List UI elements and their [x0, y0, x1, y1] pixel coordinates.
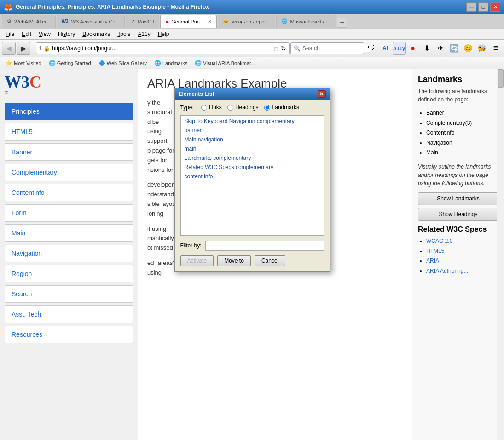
radio-headings-input[interactable]: [227, 105, 233, 111]
info-icon: ℹ: [39, 45, 41, 52]
menu-a11y[interactable]: A11y: [134, 30, 154, 38]
elements-list[interactable]: Skip To Keyboard Navigation complementar…: [180, 115, 324, 236]
tab-rawgit[interactable]: ↗ RawGit: [126, 15, 159, 28]
tab-icon: W3: [62, 19, 69, 24]
menu-file[interactable]: File: [2, 30, 18, 38]
tab-mass[interactable]: 🌐 Massachusetts I...: [276, 15, 336, 28]
dialog-buttons: Activate Move to Cancel: [180, 255, 324, 266]
close-button[interactable]: ✕: [490, 2, 500, 12]
type-label: Type:: [180, 104, 194, 111]
bookmark-landmarks[interactable]: 🌐 Landmarks: [151, 59, 190, 67]
download-btn[interactable]: ⬇: [420, 42, 433, 55]
ai-btn[interactable]: AI: [379, 42, 392, 55]
search-input[interactable]: [302, 45, 371, 52]
tab-icon: 🐱: [223, 18, 229, 24]
toolbar: ◀ ▶ ℹ 🔒 ☆ ↻ 🔍 🛡 AI A11y ● ⬇ ✈ 🔄 😊 🐝 ≡: [0, 40, 504, 57]
modal-overlay: Elements List ✕ Type: Links Headings: [0, 69, 504, 440]
bookmark-label: Visual ARIA Bookmar...: [203, 60, 255, 66]
filter-label: Filter by:: [180, 242, 202, 249]
globe-icon: 🌐: [49, 60, 56, 66]
bee-btn[interactable]: 🐝: [475, 42, 488, 55]
bookmark-label: Most Visited: [14, 60, 41, 66]
search-box[interactable]: 🔍: [290, 42, 364, 54]
tab-label: RawGit: [138, 19, 154, 24]
move-to-button[interactable]: Move to: [217, 255, 251, 266]
tab-general-prin[interactable]: ● General Prin... ✕: [160, 15, 217, 28]
radio-landmarks[interactable]: Landmarks: [264, 104, 299, 111]
radio-landmarks-label: Landmarks: [272, 104, 299, 111]
radio-headings-label: Headings: [235, 104, 259, 111]
list-item[interactable]: Skip To Keyboard Navigation complementar…: [182, 117, 323, 126]
minimize-button[interactable]: —: [466, 2, 476, 12]
elements-list-dialog: Elements List ✕ Type: Links Headings: [174, 88, 330, 272]
menu-help[interactable]: Help: [154, 30, 173, 38]
menu-bookmarks[interactable]: Bookmarks: [79, 30, 114, 38]
bookmark-visual-aria[interactable]: 🌐 Visual ARIA Bookmar...: [192, 59, 258, 67]
tab-icon: ●: [165, 18, 168, 25]
new-tab-button[interactable]: +: [337, 18, 347, 28]
menu-tools[interactable]: Tools: [114, 30, 134, 38]
tab-wcag[interactable]: 🐱 wcag-em-repor...: [218, 15, 275, 28]
bookmarks-bar: ⭐ Most Visited 🌐 Getting Started 🔷 Web S…: [0, 57, 504, 69]
window-controls[interactable]: — □ ✕: [466, 2, 500, 12]
radio-links-input[interactable]: [201, 105, 207, 111]
bookmark-web-slice[interactable]: 🔷 Web Slice Gallery: [96, 59, 150, 67]
tab-label: Massachusetts I...: [290, 19, 331, 24]
search-icon: 🔍: [294, 45, 301, 52]
forward-button[interactable]: ▶: [17, 42, 30, 55]
radio-links-label: Links: [209, 104, 222, 111]
tab-label: wcag-em-repor...: [232, 19, 270, 24]
radio-headings[interactable]: Headings: [227, 104, 259, 111]
red-btn[interactable]: ●: [406, 42, 419, 55]
type-row: Type: Links Headings Landmarks: [180, 104, 324, 111]
bookmark-icon[interactable]: ☆: [273, 45, 279, 52]
menu-view[interactable]: View: [35, 30, 54, 38]
radio-links[interactable]: Links: [201, 104, 222, 111]
window-title-bar: 🦊 General Principles: Principles: ARIA L…: [0, 0, 504, 14]
bookmark-getting-started[interactable]: 🌐 Getting Started: [46, 59, 94, 67]
list-item[interactable]: Main navigation: [182, 135, 323, 144]
menu-edit[interactable]: Edit: [18, 30, 35, 38]
dialog-title: Elements List: [179, 91, 318, 97]
back-button[interactable]: ◀: [2, 42, 16, 55]
filter-input[interactable]: [205, 241, 324, 251]
dialog-close-button[interactable]: ✕: [318, 90, 326, 98]
list-item[interactable]: Related W3C Specs complementary: [182, 163, 323, 172]
tab-bar: ⚙ WebAIM: Alter... W3 W3 Accessibility C…: [0, 14, 504, 29]
globe-icon-2: 🌐: [154, 60, 161, 66]
toolbar-icons: 🛡 AI A11y ● ⬇ ✈ 🔄 😊 🐝 ≡: [365, 42, 502, 55]
lock-icon: 🔒: [43, 45, 50, 52]
list-item[interactable]: banner: [182, 126, 323, 135]
cancel-button[interactable]: Cancel: [255, 255, 285, 266]
emoji-btn[interactable]: 😊: [462, 42, 475, 55]
address-input[interactable]: [52, 45, 271, 52]
list-item[interactable]: Landmarks complementary: [182, 153, 323, 163]
bookmark-most-visited[interactable]: ⭐ Most Visited: [3, 59, 44, 67]
a11y-btn[interactable]: A11y: [393, 42, 406, 55]
slice-icon: 🔷: [98, 60, 105, 66]
list-item[interactable]: main: [182, 144, 323, 153]
menu-btn[interactable]: ≡: [489, 42, 502, 55]
reload-button[interactable]: ↻: [281, 45, 286, 52]
window-title: General Principles: Principles: ARIA Lan…: [16, 4, 466, 10]
dialog-body: Type: Links Headings Landmarks: [175, 100, 330, 271]
menu-bar: File Edit View History Bookmarks Tools A…: [0, 29, 504, 40]
bookmark-label: Web Slice Gallery: [107, 60, 147, 66]
tab-close-button[interactable]: ✕: [208, 18, 212, 24]
tab-icon: 🌐: [281, 18, 288, 24]
radio-landmarks-input[interactable]: [264, 105, 270, 111]
shield-icon-btn[interactable]: 🛡: [365, 42, 378, 55]
tab-w3[interactable]: W3 W3 Accessibility Co...: [57, 15, 125, 28]
maximize-button[interactable]: □: [478, 2, 488, 12]
tab-label: General Prin...: [171, 19, 204, 24]
star-icon: ⭐: [6, 60, 12, 66]
filter-row: Filter by:: [180, 241, 324, 251]
list-item[interactable]: content info: [182, 172, 323, 181]
address-bar[interactable]: ℹ 🔒 ☆ ↻: [36, 42, 290, 54]
send-btn[interactable]: ✈: [434, 42, 447, 55]
globe-icon-3: 🌐: [195, 60, 202, 66]
activate-button[interactable]: Activate: [180, 255, 214, 266]
menu-history[interactable]: History: [54, 30, 79, 38]
tab-webaimm[interactable]: ⚙ WebAIM: Alter...: [2, 15, 56, 28]
refresh-btn[interactable]: 🔄: [448, 42, 461, 55]
